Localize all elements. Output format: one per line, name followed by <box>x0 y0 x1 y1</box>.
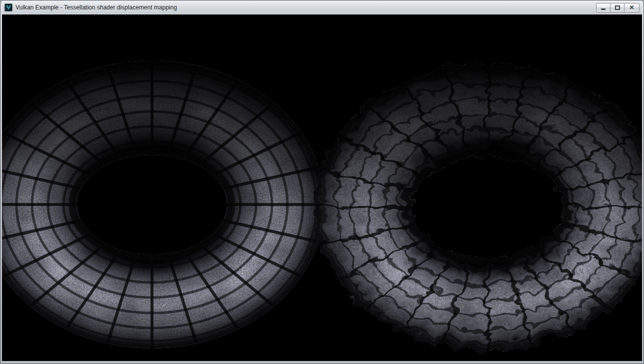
close-button[interactable]: ✕ <box>624 3 640 12</box>
minimize-icon <box>601 5 606 10</box>
maximize-icon <box>615 6 620 10</box>
vulkan-example-window: Vulkan Example - Tessellation shader dis… <box>0 0 644 364</box>
render-viewport[interactable] <box>2 14 642 361</box>
caption-buttons: ✕ <box>596 3 640 12</box>
close-icon: ✕ <box>629 4 634 10</box>
torus-scene <box>2 14 642 361</box>
minimize-button[interactable] <box>596 3 610 12</box>
title-bar[interactable]: Vulkan Example - Tessellation shader dis… <box>2 0 642 14</box>
window-title: Vulkan Example - Tessellation shader dis… <box>16 4 596 11</box>
maximize-button[interactable] <box>610 3 624 12</box>
app-icon[interactable] <box>4 4 12 12</box>
